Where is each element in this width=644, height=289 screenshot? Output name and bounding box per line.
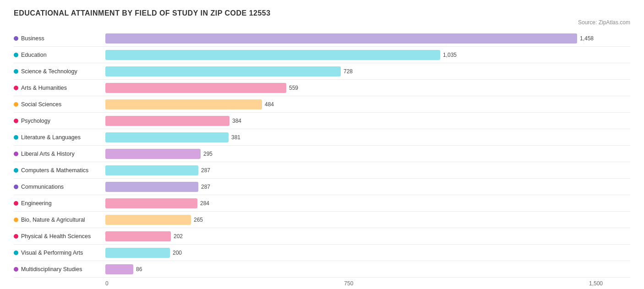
bar-value: 1,035 [443,52,457,58]
bar-dot [14,201,18,206]
bar-value: 287 [201,167,210,174]
bar-label: Communications [14,184,105,190]
bar-track: 287 [105,182,630,192]
bar-fill [105,66,341,76]
bar-fill [105,231,171,241]
bar-label: Social Sciences [14,101,105,108]
bar-dot [14,102,18,107]
bar-fill [105,99,262,109]
bar-value: 202 [174,233,183,240]
bar-row: Education 1,035 [14,47,630,63]
bar-value: 381 [231,134,240,141]
bar-label-text: Literature & Languages [21,134,81,141]
bar-track: 200 [105,248,630,258]
bar-fill [105,149,201,159]
x-axis-label: 0 [105,280,109,287]
bar-track: 202 [105,231,630,241]
bar-label: Education [14,52,105,58]
bar-row: Social Sciences 484 [14,96,630,113]
bar-track: 287 [105,165,630,175]
bar-row: Computers & Mathematics 287 [14,162,630,179]
bar-track: 484 [105,99,630,109]
bar-fill [105,83,286,93]
bar-dot [14,251,18,255]
bar-dot [14,152,18,156]
chart-area: Business 1,458 Education 1,035 Science &… [14,30,630,278]
bar-value: 559 [289,85,298,91]
bar-row: Psychology 384 [14,113,630,129]
bar-label-text: Visual & Performing Arts [21,250,83,256]
bar-row: Multidisciplinary Studies 86 [14,261,630,278]
bar-label: Arts & Humanities [14,85,105,91]
bar-label: Engineering [14,200,105,207]
bar-fill [105,198,197,208]
bar-row: Engineering 284 [14,195,630,212]
bar-track: 1,035 [105,50,630,60]
bar-dot [14,53,18,57]
bar-label-text: Business [21,35,44,42]
bar-dot [14,218,18,222]
bar-value: 284 [200,200,209,207]
bar-value: 728 [344,68,353,75]
bar-track: 284 [105,198,630,208]
bar-label-text: Communications [21,184,64,190]
bar-label-text: Science & Technology [21,68,77,75]
bar-dot [14,267,18,272]
bar-label: Bio, Nature & Agricultural [14,217,105,223]
bar-fill [105,165,198,175]
bar-label: Multidisciplinary Studies [14,266,105,273]
bar-label: Visual & Performing Arts [14,250,105,256]
bar-label: Literature & Languages [14,134,105,141]
bar-value: 1,458 [580,35,594,42]
bar-value: 287 [201,184,210,190]
bar-fill [105,33,577,44]
bar-label-text: Psychology [21,118,50,124]
bar-track: 384 [105,116,630,126]
bar-fill [105,132,229,142]
bar-value: 200 [173,250,182,256]
bar-track: 728 [105,66,630,76]
bar-label: Business [14,35,105,42]
x-axis-label: 1,500 [589,280,603,287]
bar-track: 295 [105,149,630,159]
bar-label-text: Arts & Humanities [21,85,67,91]
bar-row: Bio, Nature & Agricultural 265 [14,212,630,228]
bar-track: 265 [105,215,630,225]
bar-fill [105,215,191,225]
bar-label-text: Multidisciplinary Studies [21,266,82,273]
bar-track: 1,458 [105,33,630,44]
bar-label-text: Liberal Arts & History [21,151,75,157]
bar-label-text: Physical & Health Sciences [21,233,91,240]
bar-row: Communications 287 [14,179,630,195]
bar-label-text: Computers & Mathematics [21,167,88,174]
source-label: Source: ZipAtlas.com [14,19,630,26]
bar-label: Psychology [14,118,105,124]
bar-label: Physical & Health Sciences [14,233,105,240]
bar-dot [14,36,18,41]
bar-label-text: Social Sciences [21,101,61,108]
bar-value: 265 [194,217,203,223]
bar-dot [14,135,18,140]
bar-row: Visual & Performing Arts 200 [14,245,630,261]
bar-row: Physical & Health Sciences 202 [14,228,630,245]
bar-value: 295 [203,151,213,157]
bar-label-text: Bio, Nature & Agricultural [21,217,85,223]
bar-label: Liberal Arts & History [14,151,105,157]
bar-dot [14,119,18,123]
bar-value: 86 [136,266,142,273]
bar-row: Literature & Languages 381 [14,129,630,146]
bar-label-text: Education [21,52,47,58]
bar-fill [105,264,133,274]
bar-label-text: Engineering [21,200,52,207]
bar-fill [105,248,170,258]
bar-track: 381 [105,132,630,142]
bar-fill [105,50,440,60]
bar-track: 559 [105,83,630,93]
bar-dot [14,234,18,239]
bar-dot [14,168,18,173]
bar-value: 384 [232,118,241,124]
bar-dot [14,185,18,189]
bar-dot [14,86,18,90]
bar-row: Business 1,458 [14,30,630,47]
bar-label: Science & Technology [14,68,105,75]
